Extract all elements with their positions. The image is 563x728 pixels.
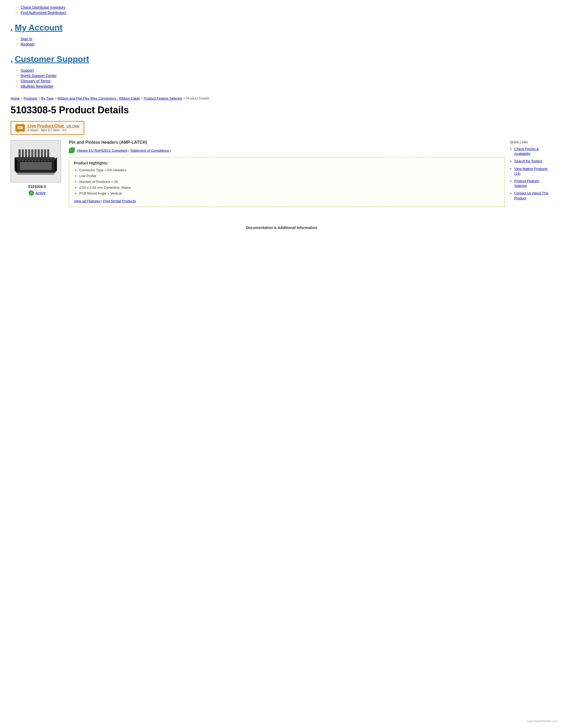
rohs-badge: Always EU RoHS/ELV Compliant ( Statement…: [69, 147, 505, 153]
chat-hours: 8:30am - 5pm ET, Mon - Fri: [28, 128, 79, 132]
view-mating-link[interactable]: View Mating Products (14): [514, 167, 548, 176]
highlight-item: PCB Mount Angle = Vertical: [79, 191, 500, 196]
svg-rect-17: [28, 149, 30, 156]
nav-item-ebulletin[interactable]: eBulletin Newsletter: [16, 84, 552, 88]
nav-item-sign-in[interactable]: Sign In: [16, 37, 552, 41]
live-chat-banner[interactable]: Live Product Chat US Only 8:30am - 5pm E…: [11, 121, 84, 135]
support-link[interactable]: Support: [21, 68, 34, 73]
quick-link-item[interactable]: Contact Us About This Product: [514, 191, 552, 200]
breadcrumb-products[interactable]: Products: [24, 96, 37, 100]
heading-dot: .: [11, 24, 13, 32]
svg-rect-16: [25, 149, 27, 156]
my-account-title: My Account: [15, 23, 62, 33]
svg-rect-19: [34, 149, 37, 156]
svg-rect-14: [19, 149, 21, 156]
highlights-title: Product Highlights:: [74, 161, 500, 165]
breadcrumb-feature-selector[interactable]: Product Feature Selector: [144, 96, 182, 100]
my-account-section: . My Account Sign In Register: [11, 23, 552, 46]
product-part-number: 5103308-5: [11, 185, 64, 189]
highlights-list: Connector Type = Pin Headers Low Profile…: [74, 167, 500, 196]
svg-rect-0: [17, 126, 23, 129]
product-image: [11, 140, 61, 182]
product-detail: Pin and Pinless Headers (AMP-LATCH) Alwa…: [69, 140, 505, 210]
svg-rect-27: [17, 173, 54, 175]
chat-text: Live Product Chat US Only 8:30am - 5pm E…: [28, 124, 79, 132]
check-icon: ✓: [29, 190, 34, 196]
breadcrumb-by-type[interactable]: By Type: [41, 96, 54, 100]
quick-link-item[interactable]: Check Pricing & Availability: [514, 147, 552, 156]
nav-item-rohs[interactable]: RoHS Support Center: [16, 74, 552, 78]
svg-rect-21: [41, 149, 43, 156]
nav-item-register[interactable]: Register: [16, 42, 552, 46]
check-distributor-link[interactable]: Check Distributor Inventory: [21, 5, 65, 10]
highlights-links: View all Features | Find Similar Product…: [74, 199, 500, 203]
customer-support-title: Customer Support: [15, 54, 89, 64]
highlight-item: 2.54 x 2.54 mm Centerline, Matrix: [79, 185, 500, 191]
svg-marker-25: [15, 157, 17, 173]
breadcrumb-ribbon-cable[interactable]: Ribbon and Flat Flex Wire Connectors - R…: [57, 96, 140, 100]
rohs-compliant-link[interactable]: Always EU RoHS/ELV Compliant: [77, 149, 127, 152]
breadcrumb-current: Product Details: [186, 96, 209, 100]
find-similar-link[interactable]: Find Similar Products: [103, 199, 136, 203]
rohs-leaf-icon: [69, 147, 75, 153]
view-all-features-link[interactable]: View all Features: [74, 199, 100, 203]
quick-links-title: Quick Links: [510, 140, 552, 144]
svg-rect-23: [47, 149, 49, 156]
search-tooling-link[interactable]: Search for Tooling: [514, 159, 542, 163]
nav-item-glossary[interactable]: Glossary of Terms: [16, 79, 552, 83]
product-image-block: 5103308-5 ✓ Active: [11, 140, 64, 196]
nav-item-support[interactable]: Support: [16, 68, 552, 73]
svg-marker-26: [15, 157, 57, 160]
documentation-section: Documentation & Additional Information: [11, 220, 552, 235]
svg-rect-15: [22, 149, 24, 156]
sign-in-link[interactable]: Sign In: [21, 37, 32, 41]
svg-rect-2: [18, 128, 21, 128]
highlights-box: Product Highlights: Connector Type = Pin…: [69, 157, 505, 207]
quick-link-item[interactable]: Search for Tooling: [514, 159, 552, 164]
svg-rect-1: [18, 127, 22, 127]
find-distributors-link[interactable]: Find Authorized Distributors: [21, 11, 66, 15]
check-pricing-link[interactable]: Check Pricing & Availability: [514, 147, 539, 156]
contact-us-link[interactable]: Contact Us About This Product: [514, 191, 548, 200]
my-account-links: Sign In Register: [11, 37, 552, 46]
nav-item-check-distributor[interactable]: Check Distributor Inventory: [16, 5, 552, 10]
quick-links: Quick Links Check Pricing & Availability…: [510, 140, 552, 203]
rohs-link[interactable]: RoHS Support Center: [21, 74, 57, 78]
glossary-link[interactable]: Glossary of Terms: [21, 79, 51, 83]
active-link[interactable]: Active: [35, 191, 46, 195]
customer-support-section: . Customer Support Support RoHS Support …: [11, 54, 552, 88]
compliance-statement-link[interactable]: Statement of Compliance: [130, 149, 169, 152]
highlight-item: Connector Type = Pin Headers: [79, 167, 500, 173]
active-badge: ✓ Active: [11, 190, 64, 196]
page-title: 5103308-5 Product Details: [11, 105, 552, 116]
chat-icon: [15, 124, 25, 132]
my-account-heading[interactable]: . My Account: [11, 23, 552, 33]
customer-support-heading[interactable]: . Customer Support: [11, 54, 552, 64]
heading-dot-2: .: [11, 55, 13, 64]
register-link[interactable]: Register: [21, 42, 34, 46]
product-feature-selector-link[interactable]: Product Feature Selector: [514, 179, 539, 188]
documentation-title: Documentation & Additional Information: [246, 226, 317, 230]
product-name: Pin and Pinless Headers (AMP-LATCH): [69, 140, 505, 145]
live-chat-label: Live Product Chat US Only: [28, 124, 79, 128]
highlight-item: Number of Positions = 20: [79, 179, 500, 185]
top-nav-links: Check Distributor Inventory Find Authori…: [11, 5, 552, 15]
customer-support-links: Support RoHS Support Center Glossary of …: [11, 68, 552, 88]
svg-rect-20: [38, 149, 40, 156]
quick-link-item[interactable]: Product Feature Selector: [514, 179, 552, 188]
quick-link-item[interactable]: View Mating Products (14): [514, 167, 552, 176]
quick-links-list: Check Pricing & Availability Search for …: [510, 147, 552, 201]
breadcrumb: Home > Products > By Type > Ribbon and F…: [11, 96, 552, 100]
product-main: 5103308-5 ✓ Active Pin and Pinless Heade…: [11, 140, 552, 210]
nav-item-find-distributors[interactable]: Find Authorized Distributors: [16, 11, 552, 15]
svg-rect-18: [31, 149, 33, 156]
svg-rect-28: [20, 162, 52, 170]
ebulletin-link[interactable]: eBulletin Newsletter: [21, 84, 53, 88]
breadcrumb-home[interactable]: Home: [11, 96, 20, 100]
svg-rect-22: [44, 149, 46, 156]
spacer: [11, 235, 552, 288]
highlight-item: Low Profile: [79, 173, 500, 179]
